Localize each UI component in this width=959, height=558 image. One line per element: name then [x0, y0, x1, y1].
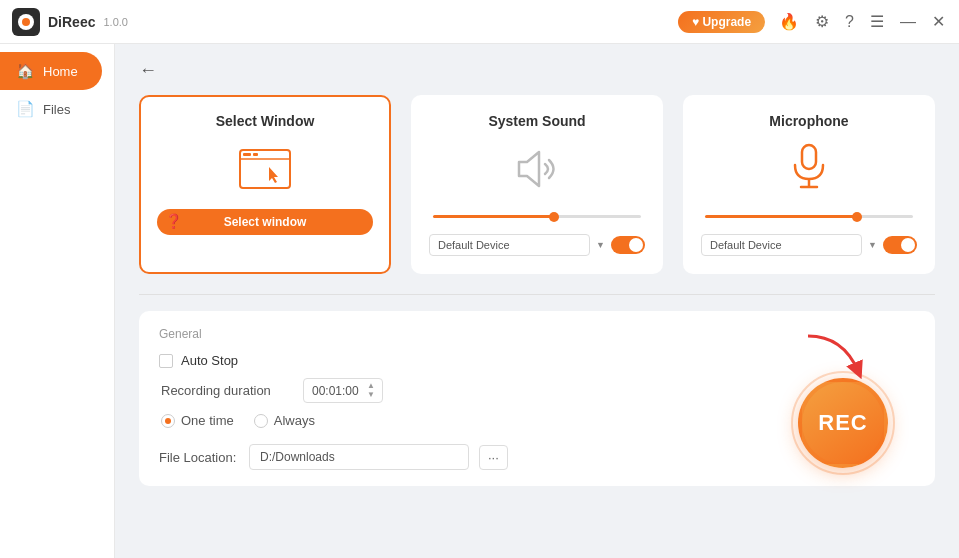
microphone-icon-area — [779, 139, 839, 199]
radio-always-label: Always — [274, 413, 315, 428]
system-sound-chevron-icon: ▼ — [596, 240, 605, 250]
files-icon: 📄 — [16, 100, 35, 118]
radio-always[interactable]: Always — [254, 413, 315, 428]
duration-spin-buttons: ▲ ▼ — [367, 382, 375, 399]
general-section: General Auto Stop Recording duration 00:… — [139, 311, 935, 486]
app-version: 1.0.0 — [103, 16, 127, 28]
system-sound-card[interactable]: System Sound — [411, 95, 663, 274]
duration-spin-up[interactable]: ▲ — [367, 382, 375, 390]
flame-icon[interactable]: 🔥 — [777, 10, 801, 33]
select-window-title: Select Window — [216, 113, 315, 129]
auto-stop-label: Auto Stop — [181, 353, 238, 368]
select-window-card[interactable]: Select Window ❓ Select window — [139, 95, 391, 274]
sidebar-item-files[interactable]: 📄 Files — [0, 90, 114, 128]
sidebar-item-home[interactable]: 🏠 Home — [0, 52, 102, 90]
rec-button[interactable]: REC — [798, 378, 888, 468]
app-name: DiReec — [48, 14, 95, 30]
main-layout: 🏠 Home 📄 Files ← Select Window — [0, 44, 959, 558]
system-sound-slider-container — [429, 209, 645, 224]
microphone-slider-thumb — [852, 212, 862, 222]
svg-rect-2 — [253, 153, 258, 156]
system-sound-slider-thumb — [549, 212, 559, 222]
minimize-icon[interactable]: — — [898, 11, 918, 33]
sidebar-files-label: Files — [43, 102, 70, 117]
upgrade-button[interactable]: ♥ Upgrade — [678, 11, 765, 33]
microphone-slider[interactable] — [705, 215, 913, 218]
help-icon[interactable]: ? — [843, 11, 856, 33]
duration-input-container: 00:01:00 ▲ ▼ — [303, 378, 383, 403]
microphone-title: Microphone — [769, 113, 848, 129]
app-logo — [12, 8, 40, 36]
sidebar: 🏠 Home 📄 Files — [0, 44, 115, 558]
microphone-device-select[interactable]: Default Device — [701, 234, 862, 256]
close-icon[interactable]: ✕ — [930, 10, 947, 33]
title-bar-right: ♥ Upgrade 🔥 ⚙ ? ☰ — ✕ — [678, 10, 947, 33]
recording-duration-label: Recording duration — [161, 383, 291, 398]
system-sound-toggle[interactable] — [611, 236, 645, 254]
file-location-more-button[interactable]: ··· — [479, 445, 508, 470]
system-sound-device-row: Default Device ▼ — [429, 234, 645, 256]
radio-always-btn[interactable] — [254, 414, 268, 428]
select-window-bottom: ❓ Select window — [157, 209, 373, 235]
svg-marker-5 — [519, 152, 539, 186]
microphone-card[interactable]: Microphone — [683, 95, 935, 274]
rec-area: REC — [791, 331, 895, 475]
content-area: ← Select Window ❓ — [115, 44, 959, 558]
rec-arrow-area — [798, 331, 888, 381]
sidebar-home-label: Home — [43, 64, 78, 79]
svg-rect-1 — [243, 153, 251, 156]
radio-one-time[interactable]: One time — [161, 413, 234, 428]
title-bar-left: DiReec 1.0.0 — [12, 8, 128, 36]
home-icon: 🏠 — [16, 62, 35, 80]
back-button[interactable]: ← — [139, 60, 157, 81]
divider — [139, 294, 935, 295]
file-location-input[interactable] — [249, 444, 469, 470]
select-window-button[interactable]: Select window — [157, 209, 373, 235]
speaker-icon — [511, 146, 563, 192]
system-sound-icon-area — [507, 139, 567, 199]
title-bar: DiReec 1.0.0 ♥ Upgrade 🔥 ⚙ ? ☰ — ✕ — [0, 0, 959, 44]
settings-icon[interactable]: ⚙ — [813, 10, 831, 33]
help-circle-icon[interactable]: ❓ — [165, 213, 182, 229]
duration-input-field[interactable]: 00:01:00 — [312, 384, 367, 398]
svg-rect-6 — [802, 145, 816, 169]
system-sound-device-select[interactable]: Default Device — [429, 234, 590, 256]
microphone-svg-icon — [789, 143, 829, 195]
microphone-device-row: Default Device ▼ — [701, 234, 917, 256]
microphone-chevron-icon: ▼ — [868, 240, 877, 250]
auto-stop-checkbox[interactable] — [159, 354, 173, 368]
cards-row: Select Window ❓ Select window — [139, 95, 935, 274]
duration-spin-down[interactable]: ▼ — [367, 391, 375, 399]
file-location-label: File Location: — [159, 450, 239, 465]
system-sound-slider[interactable] — [433, 215, 641, 218]
rec-button-outer: REC — [791, 371, 895, 475]
radio-one-time-btn[interactable] — [161, 414, 175, 428]
menu-icon[interactable]: ☰ — [868, 10, 886, 33]
microphone-slider-container — [701, 209, 917, 224]
select-window-icon-area — [235, 139, 295, 199]
system-sound-title: System Sound — [488, 113, 585, 129]
microphone-toggle[interactable] — [883, 236, 917, 254]
radio-one-time-label: One time — [181, 413, 234, 428]
rec-arrow-svg — [798, 331, 868, 381]
window-svg-icon — [239, 149, 291, 189]
